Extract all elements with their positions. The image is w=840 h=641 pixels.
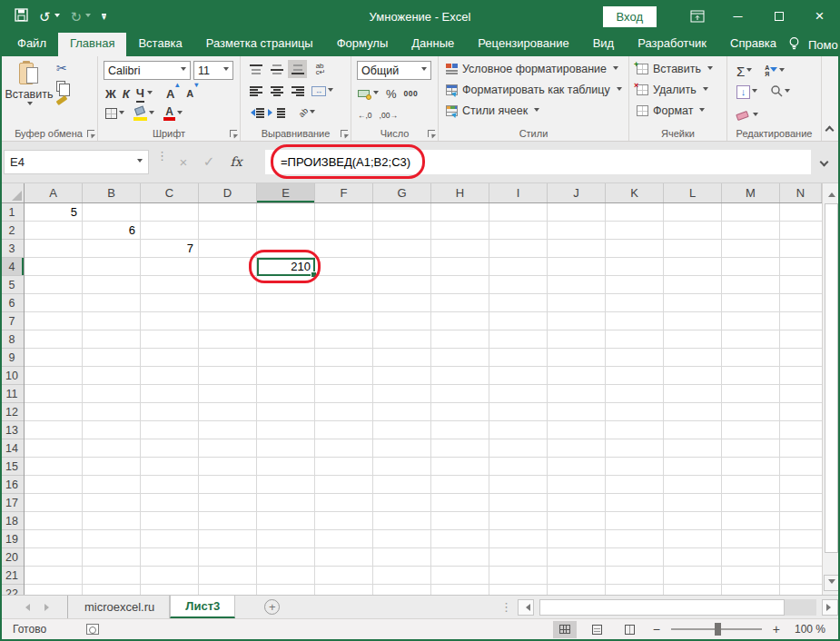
column-header-F[interactable]: F xyxy=(315,183,373,202)
decrease-indent-button[interactable] xyxy=(246,104,265,122)
row-header-5[interactable]: 5 xyxy=(0,276,24,294)
row-header-16[interactable]: 16 xyxy=(0,476,24,494)
tab-formulas[interactable]: Формулы xyxy=(325,33,400,56)
column-header-M[interactable]: M xyxy=(722,183,780,202)
column-header-I[interactable]: I xyxy=(489,183,548,202)
cell-styles-button[interactable]: Стили ячеек xyxy=(446,104,539,117)
decrease-font-button[interactable]: А▾ xyxy=(186,84,193,103)
column-header-E[interactable]: E xyxy=(257,183,315,202)
row-header-12[interactable]: 12 xyxy=(0,403,24,421)
column-header-J[interactable]: J xyxy=(548,183,606,202)
minimize-button[interactable]: ─ xyxy=(717,0,758,33)
paste-dropdown-icon[interactable] xyxy=(27,102,33,108)
vertical-scrollbar[interactable] xyxy=(822,183,840,595)
row-header-2[interactable]: 2 xyxy=(0,222,24,240)
font-size-combo[interactable]: 11 xyxy=(193,61,233,80)
enter-icon[interactable]: ✓ xyxy=(198,151,220,173)
selected-cell-E4[interactable]: 210 xyxy=(257,258,315,276)
align-bottom-button[interactable] xyxy=(288,60,307,78)
normal-view-button[interactable] xyxy=(553,621,577,638)
row-header-11[interactable]: 11 xyxy=(0,385,24,403)
font-dialog-launcher-icon[interactable] xyxy=(230,130,237,137)
orientation-button[interactable]: ab xyxy=(293,104,321,122)
hscroll-left-button[interactable] xyxy=(518,599,534,616)
row-header-7[interactable]: 7 xyxy=(0,312,24,330)
tab-page-layout[interactable]: Разметка страницы xyxy=(194,33,325,56)
page-layout-view-button[interactable] xyxy=(586,621,609,638)
scroll-down-button[interactable] xyxy=(824,575,839,591)
clipboard-dialog-launcher-icon[interactable] xyxy=(87,130,94,137)
name-box[interactable]: E4 xyxy=(4,150,149,174)
tab-file[interactable]: Файл xyxy=(5,33,58,56)
conditional-formatting-button[interactable]: Условное форматирование xyxy=(446,63,618,75)
increase-decimal-button[interactable]: ←,0 xyxy=(358,106,372,124)
percent-style-button[interactable]: % xyxy=(386,84,397,103)
tab-data[interactable]: Данные xyxy=(400,33,466,56)
formula-input[interactable]: =ПРОИЗВЕД(A1;B2;C3) xyxy=(265,150,811,174)
wrap-text-button[interactable]: abc↵ xyxy=(309,60,332,78)
column-header-H[interactable]: H xyxy=(431,183,489,202)
row-header-3[interactable]: 3 xyxy=(0,240,24,258)
select-all-corner[interactable] xyxy=(0,183,25,203)
row-header-19[interactable]: 19 xyxy=(0,530,24,548)
redo-button[interactable]: ↻ xyxy=(71,10,92,24)
cell-A1[interactable]: 5 xyxy=(25,203,81,222)
formula-bar-grip[interactable]: ⋮ xyxy=(156,153,168,159)
column-header-D[interactable]: D xyxy=(199,183,257,202)
bold-button[interactable]: Ж xyxy=(105,84,116,103)
row-header-18[interactable]: 18 xyxy=(0,512,24,530)
fill-button[interactable]: ↓ xyxy=(736,83,757,101)
save-icon[interactable] xyxy=(15,8,28,25)
new-sheet-button[interactable]: + xyxy=(264,599,280,615)
tab-home[interactable]: Главная xyxy=(58,33,126,56)
decrease-decimal-button[interactable]: ,00→ xyxy=(380,106,398,124)
zoom-level[interactable]: 100 % xyxy=(791,623,825,636)
column-header-A[interactable]: A xyxy=(25,183,83,202)
paste-button[interactable]: Вставить xyxy=(5,60,53,125)
font-name-combo[interactable]: Calibri xyxy=(104,61,191,80)
format-cells-button[interactable]: Формат xyxy=(637,104,705,117)
undo-button[interactable]: ↺ xyxy=(39,10,60,24)
accounting-format-button[interactable] xyxy=(358,84,379,103)
tab-insert[interactable]: Вставка xyxy=(126,33,193,56)
align-right-button[interactable] xyxy=(288,82,307,100)
sheet-tab-microexcel[interactable]: microexcel.ru xyxy=(70,596,170,618)
autosum-button[interactable]: Σ xyxy=(736,62,752,80)
copy-icon[interactable] xyxy=(56,81,65,92)
align-center-button[interactable] xyxy=(267,82,286,100)
row-header-21[interactable]: 21 xyxy=(0,567,24,585)
row-header-22[interactable]: 22 xyxy=(0,585,24,595)
fill-color-button[interactable] xyxy=(133,104,154,123)
increase-indent-button[interactable] xyxy=(267,104,286,122)
next-sheet-icon[interactable] xyxy=(44,604,53,611)
sheet-tab-list3[interactable]: Лист3 xyxy=(170,596,235,618)
maximize-button[interactable] xyxy=(758,0,799,33)
hscroll-right-button[interactable] xyxy=(822,599,838,616)
row-header-6[interactable]: 6 xyxy=(0,294,24,312)
zoom-out-button[interactable]: − xyxy=(651,622,662,636)
find-select-button[interactable] xyxy=(770,83,790,101)
row-header-9[interactable]: 9 xyxy=(0,349,24,367)
underline-dropdown-icon[interactable] xyxy=(147,91,153,97)
row-header-17[interactable]: 17 xyxy=(0,494,24,512)
align-left-button[interactable] xyxy=(246,82,265,100)
cut-icon[interactable]: ✂ xyxy=(56,62,67,74)
column-header-L[interactable]: L xyxy=(664,183,722,202)
zoom-slider-thumb[interactable] xyxy=(715,623,721,636)
horizontal-scrollbar[interactable] xyxy=(539,599,816,616)
italic-button[interactable]: К xyxy=(123,84,130,103)
merge-center-button[interactable]: ↔ xyxy=(309,82,336,100)
column-header-N[interactable]: N xyxy=(780,183,822,202)
number-format-combo[interactable]: Общий xyxy=(357,61,431,80)
alignment-dialog-launcher-icon[interactable] xyxy=(341,130,348,137)
font-color-button[interactable]: А xyxy=(163,104,183,123)
clear-button[interactable] xyxy=(736,106,758,124)
row-header-15[interactable]: 15 xyxy=(0,458,24,476)
column-header-K[interactable]: K xyxy=(606,183,664,202)
sort-filter-button[interactable]: АЯ xyxy=(765,62,785,80)
vertical-scrollbar-thumb[interactable] xyxy=(825,203,838,553)
expand-formula-bar-button[interactable] xyxy=(811,150,836,174)
row-header-8[interactable]: 8 xyxy=(0,330,24,349)
macro-record-icon[interactable] xyxy=(86,624,99,635)
align-top-button[interactable] xyxy=(246,60,265,78)
